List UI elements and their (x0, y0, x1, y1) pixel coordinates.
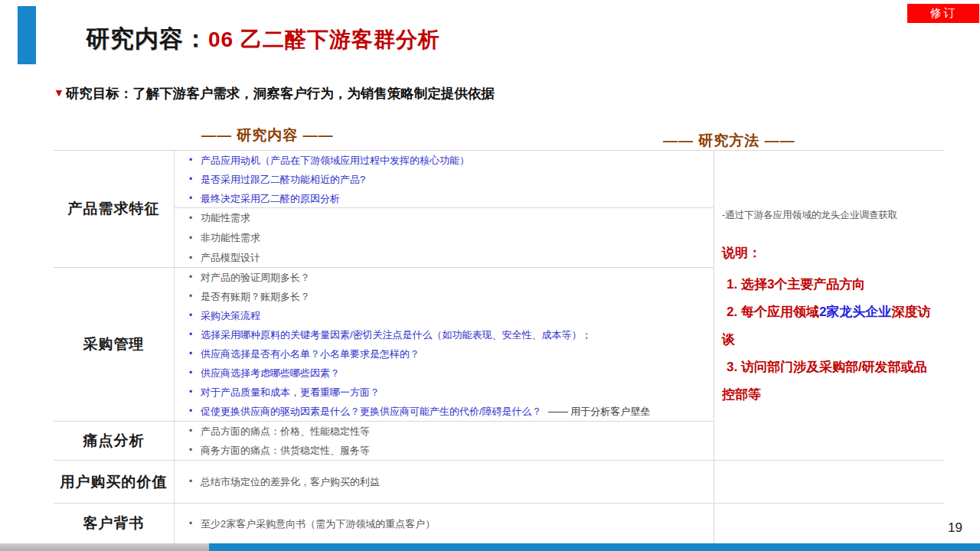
page-title: 研究内容：06 乙二醛下游客群分析 (86, 23, 440, 55)
method-source-note: -通过下游各应用领域的龙头企业调查获取 (722, 209, 939, 221)
list-item: 促使更换供应商的驱动因素是什么？更换供应商可能产生的代价/障碍是什么？—— 用于… (184, 402, 714, 421)
list-item: 供应商选择是否有小名单？小名单要求是怎样的？ (184, 344, 714, 364)
footer-bar-blue (209, 543, 980, 551)
method-note-title: 说明： (722, 244, 939, 262)
method-item-3: 3. 访问部门涉及采购部/研发部或品控部等 (722, 354, 939, 409)
list-item: 选择采用哪种原料的关键考量因素/密切关注点是什么（如功能表现、安全性、成本等）； (184, 325, 714, 344)
cell-method-empty-2 (714, 504, 944, 543)
list-item: 非功能性需求 (184, 228, 714, 248)
method-item-2-red-a: 2. 每个应用领域 (727, 305, 819, 319)
method-item-1: 1. 选择3个主要产品方向 (722, 271, 939, 298)
section-header-content: —— 研究内容 —— (201, 126, 334, 145)
list-item: 功能性需求 (184, 208, 714, 228)
cell-research-method: -通过下游各应用领域的龙头企业调查获取 说明： 1. 选择3个主要产品方向 2.… (714, 150, 944, 461)
cell-procurement: 对产品的验证周期多长？ 是否有账期？账期多长？ 采购决策流程 选择采用哪种原料的… (175, 268, 714, 422)
cell-method-empty-1 (714, 461, 944, 504)
list-item: 最终决定采用乙二醛的原因分析 (184, 189, 714, 208)
cell-pain-points: 产品方面的痛点：价格、性能稳定性等 商务方面的痛点：供货稳定性、服务等 (175, 422, 714, 461)
research-table: 产品需求特征 产品应用动机（产品在下游领域应用过程中发挥的核心功能） 是否采用过… (54, 150, 944, 543)
cell-endorsement: 至少2家客户采购意向书（需为下游领域的重点客户） (175, 504, 714, 543)
title-accent-bar (18, 6, 36, 64)
method-item-2-blue: 2家龙头企业 (819, 305, 891, 319)
list-item: 是否有账期？账期多长？ (184, 287, 714, 306)
research-goal-text: 研究目标：了解下游客户需求，洞察客户行为，为销售策略制定提供依据 (66, 86, 495, 101)
list-item: 至少2家客户采购意向书（需为下游领域的重点客户） (184, 514, 714, 533)
row-label-purchase-value: 用户购买的价值 (54, 461, 175, 504)
list-item: 商务方面的痛点：供货稳定性、服务等 (184, 441, 714, 460)
research-goal: ▼研究目标：了解下游客户需求，洞察客户行为，为销售策略制定提供依据 (54, 84, 495, 103)
cell-product-demand-blue: 产品应用动机（产品在下游领域应用过程中发挥的核心功能） 是否采用过跟乙二醛功能相… (175, 150, 714, 208)
revision-badge: 修订 (907, 4, 979, 23)
list-item: 产品方面的痛点：价格、性能稳定性等 (184, 422, 714, 441)
list-item: 产品模型设计 (184, 248, 714, 268)
cell-product-demand-gray: 功能性需求 非功能性需求 产品模型设计 (175, 208, 714, 268)
list-item: 供应商选择考虑哪些哪些因素？ (184, 364, 714, 383)
list-item: 采购决策流程 (184, 306, 714, 325)
triangle-marker-icon: ▼ (54, 86, 64, 99)
title-highlight: 06 乙二醛下游客群分析 (208, 28, 440, 51)
list-item: 是否采用过跟乙二醛功能相近的产品? (184, 170, 714, 189)
method-item-2: 2. 每个应用领域2家龙头企业深度访谈 (722, 298, 939, 354)
list-item-question: 促使更换供应商的驱动因素是什么？更换供应商可能产生的代价/障碍是什么？ (201, 406, 542, 417)
row-label-pain-points: 痛点分析 (54, 422, 175, 461)
row-label-procurement: 采购管理 (54, 268, 175, 422)
list-item-annotation: —— 用于分析客户壁垒 (548, 406, 651, 417)
slide: 研究内容：06 乙二醛下游客群分析 修订 ▼研究目标：了解下游客户需求，洞察客户… (0, 0, 980, 551)
list-item: 产品应用动机（产品在下游领域应用过程中发挥的核心功能） (184, 151, 714, 170)
row-label-product-demand: 产品需求特征 (54, 150, 175, 268)
list-item: 对于产品质量和成本，更看重哪一方面？ (184, 383, 714, 402)
footer-bar-gray (0, 543, 209, 551)
row-label-endorsement: 客户背书 (54, 504, 175, 543)
title-prefix: 研究内容： (86, 25, 208, 52)
cell-purchase-value: 总结市场定位的差异化，客户购买的利益 (175, 461, 714, 504)
section-header-method: —— 研究方法 —— (663, 131, 795, 151)
list-item: 对产品的验证周期多长？ (184, 268, 714, 287)
list-item: 总结市场定位的差异化，客户购买的利益 (184, 472, 714, 491)
method-items: 1. 选择3个主要产品方向 2. 每个应用领域2家龙头企业深度访谈 3. 访问部… (722, 271, 939, 409)
page-number: 19 (948, 520, 962, 536)
